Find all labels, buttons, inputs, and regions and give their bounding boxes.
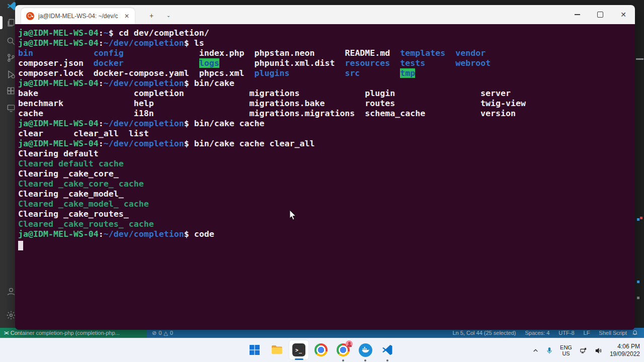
extensions-icon[interactable]: [6, 86, 16, 96]
statusbar-right: Ln 5, Col 44 (25 selected)Spaces: 4UTF-8…: [452, 330, 644, 336]
terminal-output[interactable]: ja@IDM-MEL-WS-04:~$ cd dev/completion/ja…: [15, 24, 635, 330]
terminal-line: ja@IDM-MEL-WS-04:~/dev/completion$ bin/c…: [18, 139, 635, 149]
folder-icon: [270, 343, 283, 356]
terminal-line: Cleared _cake_model_ cache: [18, 199, 635, 209]
language-line2: US: [560, 350, 572, 356]
terminal-text: ja@IDM-MEL-WS-04: [18, 38, 99, 48]
warning-count: 0: [170, 330, 173, 336]
terminal-text: ~: [104, 28, 109, 38]
terminal-text: :: [99, 38, 104, 48]
terminal-text: ~/dev/completion: [104, 38, 184, 48]
terminal-line: ja@IDM-MEL-WS-04:~/dev/completion$ bin/c…: [18, 78, 635, 88]
network-icon[interactable]: [579, 347, 588, 354]
running-app-indicator: [342, 359, 344, 361]
run-debug-icon[interactable]: [6, 69, 16, 79]
close-button[interactable]: ✕: [612, 5, 635, 24]
warning-icon: △: [164, 330, 168, 336]
tab-close-icon[interactable]: ✕: [123, 12, 131, 20]
terminal-text: Cleared _cake_routes_ cache: [18, 219, 154, 229]
terminal-text: :: [99, 119, 104, 128]
language-indicator[interactable]: ENG US: [560, 344, 572, 356]
docker-button[interactable]: [355, 340, 375, 360]
terminal-text: [33, 48, 94, 58]
terminal-line: Cleared default cache: [18, 159, 635, 169]
hidden-icons-chevron[interactable]: [532, 347, 539, 354]
file-explorer-button[interactable]: [267, 340, 287, 360]
terminal-line: composer.json docker logs phpunit.xml.di…: [18, 58, 635, 68]
terminal-text: ~/dev/completion: [104, 229, 184, 239]
clock[interactable]: 4:06 PM 19/09/2022: [610, 343, 640, 358]
tray-time: 4:06 PM: [610, 343, 640, 350]
accounts-icon[interactable]: [6, 287, 16, 297]
running-app-indicator: [364, 359, 366, 361]
chrome-button[interactable]: [311, 340, 331, 360]
terminal-text: docker: [94, 58, 124, 68]
mouse-cursor: [289, 210, 297, 223]
notifications-bell-icon[interactable]: [632, 329, 638, 336]
statusbar-item[interactable]: UTF-8: [558, 330, 574, 336]
terminal-text: webroot: [455, 58, 491, 68]
terminal-text: templates: [400, 48, 445, 58]
source-control-icon[interactable]: [6, 53, 16, 63]
terminal-text: [445, 48, 455, 58]
terminal-text: $ bin/cake cache clear_all: [184, 139, 315, 148]
terminal-text: [289, 68, 345, 78]
terminal-line: clear clear_all list: [18, 129, 635, 139]
terminal-text: $ cd dev/completion/: [109, 28, 209, 38]
taskbar: >_: [0, 338, 644, 362]
terminal-tab[interactable]: ja@IDM-MEL-WS-04: ~/dev/c ✕: [21, 8, 135, 24]
minimap-mark: [637, 218, 639, 221]
terminal-text: Clearing _cake_core_: [18, 169, 119, 178]
statusbar-item[interactable]: LF: [584, 330, 590, 336]
terminal-line: [18, 239, 635, 249]
terminal-text: ~/dev/completion: [104, 119, 184, 128]
settings-gear-icon[interactable]: [6, 310, 16, 320]
speaker-icon[interactable]: [595, 347, 603, 354]
terminal-line: benchmark help migrations.bake routes tw…: [18, 99, 635, 109]
new-tab-button[interactable]: +: [145, 10, 158, 21]
terminal-text: benchmark help migrations.bake routes tw…: [18, 99, 526, 108]
chrome-profile-button[interactable]: [333, 340, 353, 360]
terminal-title-bar[interactable]: ja@IDM-MEL-WS-04: ~/dev/c ✕ + ⌄ ✕: [15, 5, 635, 24]
terminal-text: :: [99, 229, 104, 239]
terminal-text: composer.json: [18, 58, 94, 68]
terminal-text: Clearing _cake_model_: [18, 189, 124, 199]
minimap-mark: [637, 281, 639, 283]
terminal-app-icon: >_: [292, 343, 305, 356]
terminal-line: ja@IDM-MEL-WS-04:~/dev/completion$ ls: [18, 38, 635, 48]
terminal-text: bin: [18, 48, 33, 58]
terminal-window: ja@IDM-MEL-WS-04: ~/dev/c ✕ + ⌄ ✕ ja@IDM…: [15, 5, 635, 330]
maximize-button[interactable]: [589, 5, 612, 24]
terminal-text: tmp: [400, 68, 415, 78]
running-app-indicator: [386, 359, 388, 361]
statusbar-item[interactable]: Shell Script: [599, 330, 627, 336]
minimize-button[interactable]: [566, 5, 589, 24]
statusbar-item[interactable]: Ln 5, Col 44 (25 selected): [452, 330, 516, 336]
tab-dropdown-button[interactable]: ⌄: [162, 10, 175, 21]
terminal-text: $ bin/cake: [184, 78, 234, 88]
problems-indicator[interactable]: ⊘ 0 △ 0: [147, 330, 178, 336]
terminal-text: [390, 58, 400, 68]
terminal-text: config: [94, 48, 124, 58]
statusbar-item[interactable]: Spaces: 4: [525, 330, 549, 336]
microphone-icon[interactable]: [546, 347, 553, 354]
terminal-line: Clearing _cake_core_: [18, 169, 635, 179]
terminal-line: Clearing default: [18, 149, 635, 159]
terminal-text: :: [99, 78, 104, 88]
remote-explorer-icon[interactable]: [6, 103, 16, 113]
terminal-text: Clearing _cake_routes_: [18, 209, 129, 219]
search-icon[interactable]: [6, 36, 16, 46]
terminal-tab-title: ja@IDM-MEL-WS-04: ~/dev/c: [38, 13, 119, 20]
terminal-text: $ code: [184, 229, 214, 239]
vscode-button[interactable]: [377, 340, 397, 360]
terminal-text: Clearing default: [18, 149, 99, 158]
error-icon: ⊘: [152, 330, 156, 336]
vscode-icon: [381, 344, 393, 356]
terminal-text: bake completion migrations plugin server: [18, 88, 511, 98]
terminal-line: composer.lock docker-compose.yaml phpcs.…: [18, 68, 635, 78]
explorer-icon[interactable]: [6, 18, 16, 28]
start-button[interactable]: [245, 340, 265, 360]
terminal-app-button[interactable]: >_: [289, 340, 309, 360]
terminal-text: [124, 58, 199, 68]
terminal-cursor: [18, 241, 23, 250]
